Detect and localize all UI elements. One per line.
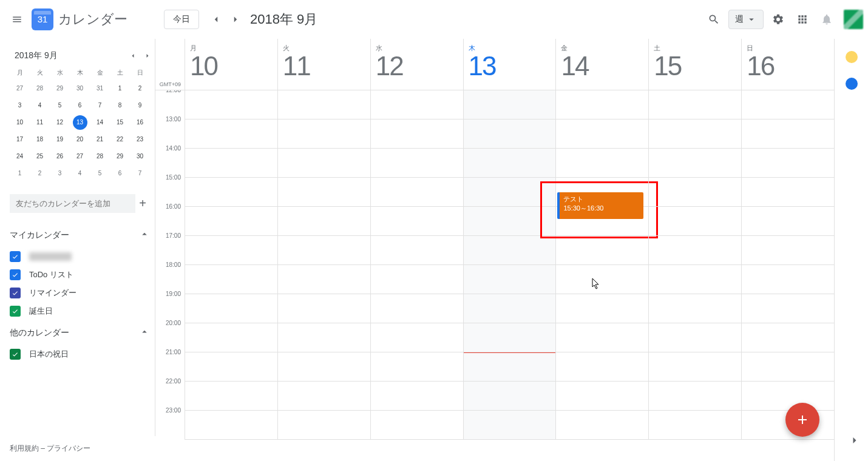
view-selector[interactable]: 週	[728, 10, 764, 29]
hour-cell[interactable]	[185, 207, 277, 236]
mini-cal-prev[interactable]	[126, 49, 140, 63]
day-column[interactable]	[185, 90, 277, 440]
hour-cell[interactable]	[556, 119, 648, 149]
mini-cal-day[interactable]: 18	[33, 132, 47, 147]
mini-cal-day[interactable]: 1	[13, 166, 27, 181]
mini-cal-day[interactable]: 12	[53, 115, 67, 130]
mini-cal-day[interactable]: 27	[73, 149, 87, 164]
hour-cell[interactable]	[278, 90, 370, 119]
hour-cell[interactable]	[742, 294, 834, 323]
day-column[interactable]	[277, 90, 370, 440]
hour-cell[interactable]	[742, 236, 834, 265]
hour-cell[interactable]	[464, 149, 556, 178]
hour-cell[interactable]	[278, 411, 370, 440]
day-header-col[interactable]: 土15	[648, 39, 741, 90]
hour-cell[interactable]	[742, 382, 834, 411]
hour-cell[interactable]	[371, 236, 463, 265]
mini-cal-next[interactable]	[140, 49, 155, 63]
mini-cal-day[interactable]: 17	[13, 132, 27, 147]
day-columns[interactable]: テスト15:30～16:30	[185, 90, 834, 440]
hour-cell[interactable]	[464, 265, 556, 294]
hour-cell[interactable]	[278, 294, 370, 323]
hour-cell[interactable]	[371, 119, 463, 149]
day-header-col[interactable]: 火11	[277, 39, 370, 90]
mini-cal-day[interactable]: 14	[93, 115, 107, 130]
mini-cal-day[interactable]: 28	[33, 81, 47, 96]
mini-cal-day[interactable]: 28	[93, 149, 107, 164]
next-week-button[interactable]	[226, 10, 245, 29]
calendar-checkbox[interactable]	[10, 288, 21, 298]
mini-cal-day[interactable]: 3	[53, 166, 67, 181]
hour-cell[interactable]	[649, 411, 741, 440]
day-column[interactable]	[463, 90, 556, 440]
calendar-item[interactable]: ToDo リスト	[10, 266, 155, 284]
hour-cell[interactable]	[649, 294, 741, 323]
my-calendars-header[interactable]: マイカレンダー	[10, 223, 155, 247]
hour-cell[interactable]	[464, 382, 556, 411]
hour-cell[interactable]	[371, 207, 463, 236]
mini-cal-day[interactable]: 19	[53, 132, 67, 147]
calendar-checkbox[interactable]	[10, 349, 21, 360]
day-header-col[interactable]: 金14	[555, 39, 648, 90]
mini-cal-day[interactable]: 4	[33, 98, 47, 113]
add-calendar-button[interactable]: +	[135, 197, 150, 210]
hour-cell[interactable]	[464, 411, 556, 440]
hour-cell[interactable]	[556, 411, 648, 440]
hour-cell[interactable]	[556, 149, 648, 178]
hour-cell[interactable]	[278, 236, 370, 265]
mini-cal-day[interactable]: 7	[133, 166, 147, 181]
hour-cell[interactable]	[556, 323, 648, 352]
mini-cal-day[interactable]: 13	[73, 115, 87, 130]
hour-cell[interactable]	[371, 90, 463, 119]
hour-cell[interactable]	[556, 294, 648, 323]
hour-cell[interactable]	[742, 352, 834, 382]
hour-cell[interactable]	[742, 265, 834, 294]
mini-cal-day[interactable]: 9	[133, 98, 147, 113]
mini-cal-day[interactable]: 7	[93, 98, 107, 113]
hour-cell[interactable]	[371, 265, 463, 294]
hour-cell[interactable]	[185, 178, 277, 207]
mini-cal-day[interactable]: 5	[53, 98, 67, 113]
mini-cal-day[interactable]: 2	[33, 166, 47, 181]
hour-cell[interactable]	[464, 119, 556, 149]
prev-week-button[interactable]	[206, 10, 226, 29]
account-avatar[interactable]	[844, 10, 863, 29]
hour-cell[interactable]	[742, 323, 834, 352]
mini-cal-day[interactable]: 31	[93, 81, 107, 96]
hour-cell[interactable]	[371, 294, 463, 323]
hour-cell[interactable]	[278, 265, 370, 294]
hour-cell[interactable]	[556, 265, 648, 294]
day-header-col[interactable]: 月10	[185, 39, 277, 90]
mini-cal-day[interactable]: 29	[113, 149, 127, 164]
mini-cal-day[interactable]: 6	[113, 166, 127, 181]
hour-cell[interactable]	[185, 149, 277, 178]
hour-cell[interactable]	[278, 382, 370, 411]
hour-cell[interactable]	[278, 178, 370, 207]
mini-cal-day[interactable]: 8	[113, 98, 127, 113]
mini-cal-day[interactable]: 22	[113, 132, 127, 147]
calendar-checkbox[interactable]	[10, 251, 21, 262]
hour-cell[interactable]	[649, 382, 741, 411]
day-column[interactable]	[741, 90, 834, 440]
hour-cell[interactable]	[464, 323, 556, 352]
day-column[interactable]	[648, 90, 741, 440]
hour-cell[interactable]	[464, 352, 556, 382]
hour-cell[interactable]	[649, 149, 741, 178]
hour-cell[interactable]	[742, 90, 834, 119]
hour-cell[interactable]	[185, 411, 277, 440]
hour-cell[interactable]	[464, 90, 556, 119]
mini-cal-day[interactable]: 15	[113, 115, 127, 130]
hour-cell[interactable]	[464, 236, 556, 265]
mini-cal-day[interactable]: 26	[53, 149, 67, 164]
mini-cal-day[interactable]: 25	[33, 149, 47, 164]
mini-cal-day[interactable]: 21	[93, 132, 107, 147]
mini-cal-day[interactable]: 24	[13, 149, 27, 164]
mini-calendar[interactable]: 月火水木金土日272829303112345678910111213141516…	[10, 66, 155, 189]
mini-cal-day[interactable]: 10	[13, 115, 27, 130]
hour-cell[interactable]	[649, 207, 741, 236]
calendar-event[interactable]: テスト15:30～16:30	[557, 192, 643, 219]
mini-cal-day[interactable]: 23	[133, 132, 147, 147]
hour-cell[interactable]	[185, 236, 277, 265]
hour-cell[interactable]	[464, 207, 556, 236]
hour-cell[interactable]	[742, 178, 834, 207]
